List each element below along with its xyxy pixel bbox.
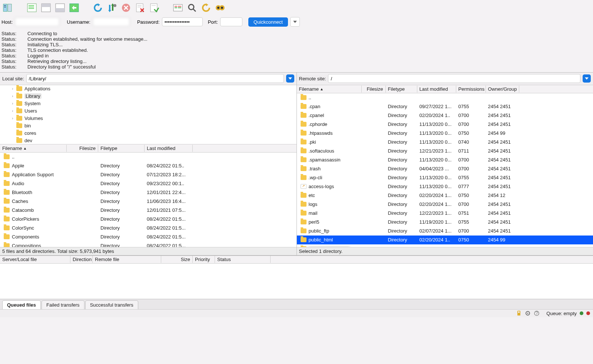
search-icon[interactable] xyxy=(186,2,198,14)
tree-label: bin xyxy=(24,123,31,128)
tree-item[interactable]: ›Applications xyxy=(0,85,296,93)
col-status[interactable]: Status xyxy=(215,256,271,263)
log-label: Status: xyxy=(1,59,20,64)
tab-successful-transfers[interactable]: Successful transfers xyxy=(85,300,138,309)
list-item[interactable]: .cphordeDirectory11/13/2020 0...07002454… xyxy=(297,120,593,129)
col-filesize[interactable]: Filesize xyxy=(67,145,98,152)
list-item[interactable]: AudioDirectory09/23/2022 00:1.. xyxy=(0,179,296,188)
col-filename[interactable]: Filename▲ xyxy=(297,86,362,93)
file-modified: 12/01/2021 22:4... xyxy=(145,189,193,196)
list-item[interactable]: .cpanelDirectory02/20/2024 1..07002454 2… xyxy=(297,111,593,120)
folder-icon xyxy=(4,226,10,230)
list-item[interactable]: etcDirectory02/20/2024 1...07502454 12 xyxy=(297,191,593,200)
reconnect-icon[interactable] xyxy=(148,2,160,14)
list-item[interactable]: CompositionsDirectory08/24/2022 01:5... xyxy=(0,241,296,247)
tree-item[interactable]: ›Volumes xyxy=(0,115,296,122)
list-item[interactable]: access-logsDirectory11/13/2020 0...07772… xyxy=(297,182,593,191)
toggle-log-icon[interactable] xyxy=(26,2,38,14)
list-item[interactable]: perl5Directory11/19/2020 1...07552454 24… xyxy=(297,218,593,227)
list-item[interactable]: AppleDirectory08/24/2022 01:5.. xyxy=(0,161,296,170)
transfer-queue[interactable] xyxy=(0,264,593,299)
toggle-queue-icon[interactable] xyxy=(68,2,80,14)
file-modified: 02/20/2024 1.. xyxy=(417,236,456,243)
list-item[interactable]: .. xyxy=(0,153,296,161)
site-manager-icon[interactable] xyxy=(2,2,14,14)
list-item[interactable]: .spamassassinDirectory11/13/2020 0...070… xyxy=(297,156,593,164)
toggle-remote-tree-icon[interactable] xyxy=(54,2,66,14)
list-item[interactable]: mailDirectory12/22/2023 1...07512454 245… xyxy=(297,209,593,218)
remote-file-list[interactable]: Filename▲ Filesize Filetype Last modifie… xyxy=(297,85,593,247)
sync-browse-icon[interactable] xyxy=(214,2,226,14)
col-priority[interactable]: Priority xyxy=(193,256,215,263)
tree-item[interactable]: bin xyxy=(0,122,296,130)
list-item[interactable]: BluetoothDirectory12/01/2021 22:4... xyxy=(0,188,296,197)
col-filetype[interactable]: Filetype xyxy=(386,86,417,93)
col-server-local[interactable]: Server/Local file xyxy=(0,256,70,263)
filter-icon[interactable] xyxy=(172,2,184,14)
refresh-icon[interactable] xyxy=(92,2,104,14)
file-type: Directory xyxy=(386,218,417,226)
list-item[interactable]: .. xyxy=(297,93,593,102)
local-path-dropdown[interactable] xyxy=(286,74,294,83)
col-permissions[interactable]: Permissions xyxy=(456,86,486,93)
tree-item[interactable]: ›Users xyxy=(0,107,296,115)
list-item[interactable]: public_ftpDirectory02/07/2024 1...070024… xyxy=(297,227,593,236)
list-item[interactable]: .htpasswdsDirectory11/13/2020 0...075024… xyxy=(297,129,593,138)
remote-path-input[interactable] xyxy=(328,74,580,83)
quickconnect-history-dropdown[interactable] xyxy=(290,17,300,27)
svg-point-33 xyxy=(217,7,219,9)
tree-item[interactable]: dev xyxy=(0,137,296,144)
col-filename[interactable]: Filename▲ xyxy=(0,145,67,152)
tree-label: cores xyxy=(24,130,36,136)
lock-icon[interactable] xyxy=(516,310,522,316)
folder-icon xyxy=(301,211,307,216)
compare-icon[interactable] xyxy=(200,2,212,14)
tab-queued-files[interactable]: Queued files xyxy=(2,300,41,309)
col-size[interactable]: Size xyxy=(161,256,193,263)
col-direction[interactable]: Direction xyxy=(70,256,93,263)
queue-tabs: Queued files Failed transfers Successful… xyxy=(0,299,593,309)
tree-item[interactable]: cores xyxy=(0,130,296,137)
list-item[interactable]: logsDirectory02/20/2024 1...07002454 245… xyxy=(297,200,593,209)
col-owner[interactable]: Owner/Group xyxy=(486,86,519,93)
col-remote-file[interactable]: Remote file xyxy=(93,256,161,263)
file-name: Catacomb xyxy=(12,207,34,213)
port-label: Port: xyxy=(208,19,218,25)
list-item[interactable]: CachesDirectory11/06/2023 16:4... xyxy=(0,197,296,206)
list-item[interactable]: .wp-cliDirectory11/13/2020 0...07552454 … xyxy=(297,173,593,182)
cancel-icon[interactable] xyxy=(120,2,132,14)
help-icon[interactable]: ? xyxy=(534,310,540,316)
list-item[interactable]: public_htmlDirectory02/20/2024 1..075024… xyxy=(297,236,593,244)
process-queue-icon[interactable] xyxy=(106,2,118,14)
list-item[interactable]: Application SupportDirectory07/12/2023 1… xyxy=(0,170,296,179)
toggle-local-tree-icon[interactable] xyxy=(40,2,52,14)
list-item[interactable]: ComponentsDirectory08/24/2022 01:5... xyxy=(0,233,296,241)
local-tree[interactable]: ›Applications›Library›System›Users›Volum… xyxy=(0,85,296,144)
list-item[interactable]: CatacombDirectory12/01/2021 07:5... xyxy=(0,206,296,215)
host-input[interactable] xyxy=(15,17,59,26)
port-input[interactable] xyxy=(220,17,242,26)
list-item[interactable]: .cpanDirectory09/27/2022 1...07552454 24… xyxy=(297,102,593,111)
tree-item[interactable]: ›Library xyxy=(0,93,296,100)
remote-path-dropdown[interactable] xyxy=(583,74,591,83)
password-input[interactable] xyxy=(162,17,203,26)
tree-item[interactable]: ›System xyxy=(0,100,296,107)
col-lastmodified[interactable]: Last modified xyxy=(145,145,193,152)
col-filesize[interactable]: Filesize xyxy=(362,86,386,93)
list-item[interactable]: Directory04/04/2023 ...07552454 2451 xyxy=(297,244,593,247)
username-input[interactable] xyxy=(93,17,130,26)
disconnect-icon[interactable] xyxy=(134,2,146,14)
list-item[interactable]: ColorSyncDirectory08/24/2022 01:5... xyxy=(0,224,296,233)
local-path-input[interactable] xyxy=(26,74,284,83)
tab-failed-transfers[interactable]: Failed transfers xyxy=(42,300,85,309)
local-file-list[interactable]: Filename▲ Filesize Filetype Last modifie… xyxy=(0,144,296,247)
list-item[interactable]: .pkiDirectory11/13/2020 0...07402454 245… xyxy=(297,138,593,147)
list-item[interactable]: ColorPickersDirectory08/24/2022 01:5... xyxy=(0,215,296,224)
col-lastmodified[interactable]: Last modified xyxy=(417,86,456,93)
list-item[interactable]: .softaculousDirectory12/21/2023 1...0711… xyxy=(297,147,593,156)
folder-icon xyxy=(16,116,22,121)
list-item[interactable]: .trashDirectory04/04/2023 ...07002454 24… xyxy=(297,164,593,173)
gear-icon[interactable] xyxy=(525,310,531,316)
quickconnect-button[interactable]: Quickconnect xyxy=(248,17,288,27)
col-filetype[interactable]: Filetype xyxy=(98,145,145,152)
